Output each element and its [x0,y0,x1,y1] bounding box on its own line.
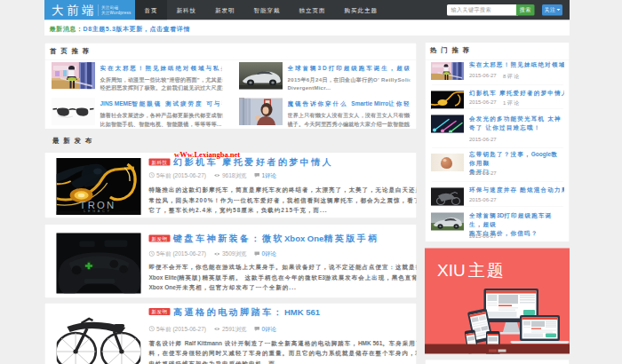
svg-text:TRON: TRON [80,200,116,210]
svg-text:LEGACY: LEGACY [84,210,111,214]
